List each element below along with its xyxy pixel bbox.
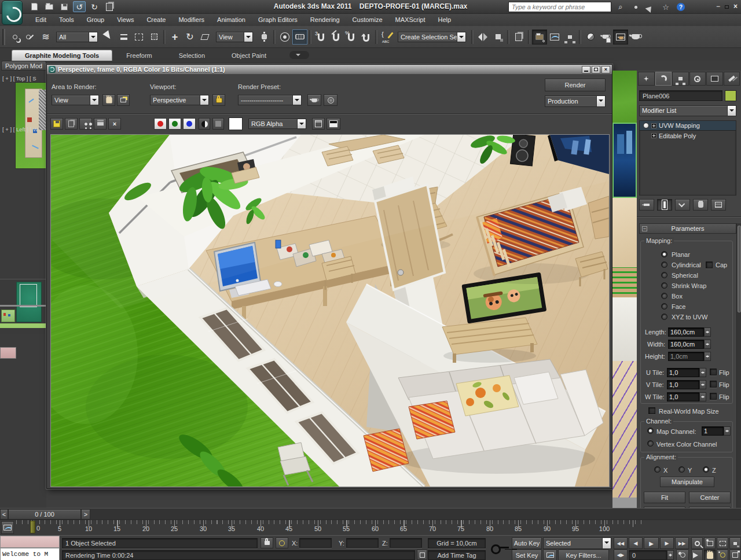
add-time-tag[interactable]: Add Time Tag xyxy=(428,550,486,560)
minimize-icon[interactable]: − xyxy=(716,2,720,10)
help-search-input[interactable] xyxy=(508,2,611,12)
go-to-end-icon[interactable]: ▶▶ xyxy=(675,537,689,549)
tab-motion-icon[interactable] xyxy=(689,72,706,86)
v-tile-spinner[interactable] xyxy=(699,380,706,389)
object-name-field[interactable]: Plane006 xyxy=(639,90,722,101)
close-icon[interactable]: × xyxy=(733,2,738,10)
tab-modify-icon[interactable] xyxy=(655,72,672,86)
z-coord-field[interactable] xyxy=(390,538,422,548)
select-and-move-icon[interactable]: + xyxy=(167,30,182,45)
map-channel-field[interactable]: 1 xyxy=(702,426,724,436)
environment-effects-icon[interactable] xyxy=(324,94,338,106)
save-image-icon[interactable] xyxy=(50,118,63,130)
rectangular-selection-region-icon[interactable] xyxy=(131,30,146,45)
spinner-snap-icon[interactable] xyxy=(358,30,373,45)
left-viewport-thumbnail[interactable] xyxy=(0,279,46,334)
selection-filter-dropdown[interactable]: All xyxy=(56,32,98,42)
scrollbar-thumb[interactable] xyxy=(738,226,741,312)
length-field[interactable]: 160,0cm xyxy=(668,327,704,337)
channel-display-dropdown[interactable]: RGB Alpha xyxy=(248,119,306,129)
map-channel-radio[interactable] xyxy=(647,428,654,434)
zoom-icon[interactable] xyxy=(691,537,703,549)
angle-snap-icon[interactable] xyxy=(328,30,343,45)
toggle-ui-icon[interactable] xyxy=(327,118,340,130)
select-by-name-icon[interactable] xyxy=(116,30,131,45)
height-field[interactable]: 1,0cm xyxy=(668,352,704,361)
make-unique-icon[interactable] xyxy=(675,199,690,211)
clear-image-icon[interactable]: × xyxy=(108,118,121,130)
render-setup-icon[interactable] xyxy=(598,30,613,45)
selection-arrow-icon[interactable] xyxy=(691,550,703,560)
go-to-start-icon[interactable]: ◀◀ xyxy=(614,537,628,549)
play-animation-icon[interactable]: ▶ xyxy=(644,537,659,549)
set-key-button[interactable]: Set Key xyxy=(512,550,542,560)
material-editor-icon[interactable] xyxy=(583,30,598,45)
mirror-icon[interactable] xyxy=(475,30,490,45)
previous-frame-icon[interactable]: ◀ xyxy=(629,537,643,549)
menu-edit[interactable]: Edit xyxy=(29,14,53,26)
y-coord-field[interactable] xyxy=(346,538,379,548)
configure-modifier-sets-icon[interactable] xyxy=(711,199,726,211)
time-slider-handle[interactable] xyxy=(30,521,35,533)
monochrome-channel-icon[interactable] xyxy=(199,118,210,130)
expand-icon[interactable] xyxy=(651,133,656,138)
tab-selection[interactable]: Selection xyxy=(166,50,218,61)
frame-back-button[interactable]: < xyxy=(0,509,8,520)
w-flip-checkbox[interactable] xyxy=(710,393,717,400)
render-setup-dialog-icon[interactable] xyxy=(307,94,321,106)
restore-icon[interactable] xyxy=(725,2,729,10)
render-button[interactable]: Render xyxy=(545,79,606,91)
clear-color-swatch[interactable] xyxy=(229,117,243,130)
v-tile-field[interactable]: 1,0 xyxy=(667,380,699,389)
tab-graphite-modeling-tools[interactable]: Graphite Modeling Tools xyxy=(12,50,112,61)
object-color-swatch[interactable] xyxy=(725,90,736,101)
isolate-key-icon[interactable] xyxy=(491,541,511,554)
face-radio[interactable] xyxy=(661,303,667,310)
new-key-default-icon[interactable] xyxy=(543,550,557,560)
menu-modifiers[interactable]: Modifiers xyxy=(172,14,211,26)
subscription-key-icon[interactable] xyxy=(630,2,641,12)
spherical-radio[interactable] xyxy=(661,272,667,278)
show-end-result-icon[interactable] xyxy=(657,199,672,211)
snaps-toggle-icon[interactable]: 3 xyxy=(313,30,328,45)
select-and-rotate-icon[interactable]: ↻ xyxy=(182,30,197,45)
u-tile-field[interactable]: 1,0 xyxy=(667,368,699,377)
polygon-modeling-panel[interactable]: Polygon Mod xyxy=(1,61,46,71)
rfw-maximize-icon[interactable] xyxy=(592,66,600,73)
toolbar-grip[interactable] xyxy=(2,29,5,45)
track-bar[interactable]: 0 5 10 15 20 25 30 35 40 45 50 55 60 65 … xyxy=(0,520,741,535)
align-icon[interactable] xyxy=(490,30,505,45)
render-preset-dropdown[interactable]: -------------------- xyxy=(238,95,302,105)
tab-hierarchy-icon[interactable] xyxy=(672,72,689,86)
modifier-list-dropdown[interactable]: Modifier List xyxy=(639,105,736,116)
window-crossing-icon[interactable] xyxy=(146,30,162,45)
area-to-render-dropdown[interactable]: View xyxy=(52,95,99,105)
width-spinner[interactable] xyxy=(704,340,711,349)
tab-utilities-icon[interactable] xyxy=(724,72,740,86)
tab-create-icon[interactable] xyxy=(638,72,655,86)
auto-region-icon[interactable] xyxy=(117,94,130,106)
height-spinner[interactable] xyxy=(704,352,711,361)
viewport-dropdown[interactable]: Perspective xyxy=(150,95,209,105)
schematic-view-icon[interactable] xyxy=(562,30,577,45)
shrink-wrap-radio[interactable] xyxy=(661,282,667,289)
mini-curve-editor-icon[interactable] xyxy=(1,521,14,534)
viewport-lock-icon[interactable] xyxy=(212,94,225,106)
rendered-frame-window-icon[interactable] xyxy=(613,30,628,45)
menu-views[interactable]: Views xyxy=(111,14,140,26)
3dsmax-logo[interactable] xyxy=(2,1,23,25)
alpha-channel-icon[interactable] xyxy=(212,118,224,130)
zoom-region-icon[interactable] xyxy=(717,537,728,549)
menu-create[interactable]: Create xyxy=(140,14,172,26)
maximize-viewport-icon[interactable] xyxy=(729,550,741,560)
length-spinner[interactable] xyxy=(704,327,711,337)
vertex-color-radio[interactable] xyxy=(647,440,654,447)
tab-freeform[interactable]: Freeform xyxy=(113,50,165,61)
key-mode-dropdown[interactable]: Selected xyxy=(543,537,611,549)
select-and-scale-icon[interactable] xyxy=(197,30,212,45)
w-tile-spinner[interactable] xyxy=(699,392,706,401)
menu-graph-editors[interactable]: Graph Editors xyxy=(252,14,304,26)
menu-tools[interactable]: Tools xyxy=(53,14,80,26)
maxscript-mini-listener[interactable]: Welcome to M xyxy=(0,548,60,560)
time-slider-display[interactable]: 0 / 100 xyxy=(8,509,81,520)
